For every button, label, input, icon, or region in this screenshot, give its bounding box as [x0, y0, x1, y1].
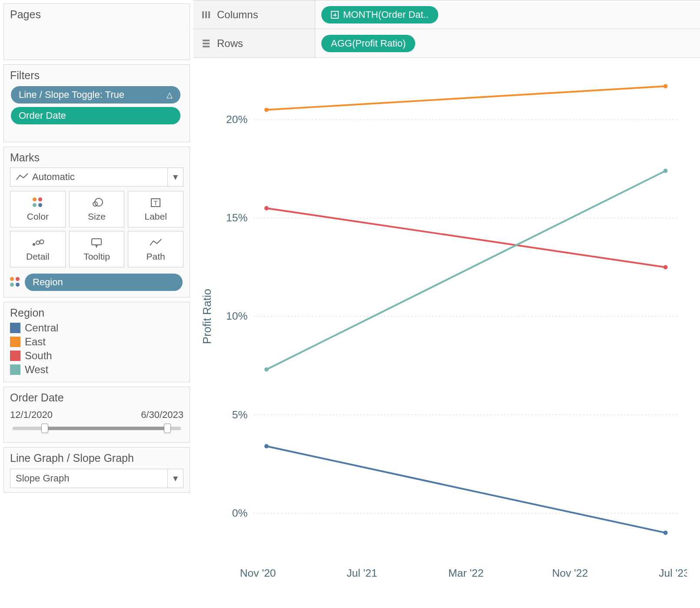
legend-item[interactable]: West [10, 364, 183, 376]
size-icon [90, 197, 103, 209]
svg-point-31 [264, 444, 269, 448]
legend-label: South [25, 350, 52, 362]
marks-type-label: Automatic [32, 171, 75, 183]
tooltip-icon [90, 237, 103, 249]
filters-title: Filters [10, 69, 183, 82]
columns-shelf[interactable]: Columns MONTH(Order Dat.. [193, 0, 700, 29]
mark-size-button[interactable]: Size [69, 191, 125, 227]
orderdate-start: 12/1/2020 [10, 409, 53, 421]
rows-shelf[interactable]: Rows AGG(Profit Ratio) [193, 29, 700, 57]
svg-rect-13 [203, 46, 210, 47]
slider-fill [41, 427, 169, 430]
svg-point-35 [663, 84, 668, 88]
mark-detail-label: Detail [26, 251, 50, 262]
mark-tooltip-button[interactable]: Tooltip [69, 231, 125, 267]
shelves: Columns MONTH(Order Dat.. Rows AGG(Profi… [193, 0, 700, 58]
svg-point-37 [264, 206, 269, 210]
columns-pill[interactable]: MONTH(Order Dat.. [321, 6, 438, 23]
marks-title: Marks [10, 151, 183, 164]
legend-item[interactable]: Central [10, 322, 183, 334]
svg-text:Nov '20: Nov '20 [240, 567, 276, 579]
pages-title: Pages [10, 8, 183, 21]
filter-pill-toggle[interactable]: Line / Slope Toggle: True △ [11, 86, 180, 104]
mark-label-button[interactable]: T Label [128, 191, 183, 227]
legend-swatch [10, 323, 20, 333]
color-icon [33, 197, 43, 209]
orderdate-end: 6/30/2023 [141, 409, 183, 421]
svg-text:15%: 15% [226, 212, 247, 224]
filter-toggle-label: Line / Slope Toggle: True [19, 89, 124, 100]
marks-buttons: Color Size T Label Detail [10, 191, 183, 267]
svg-rect-8 [202, 11, 204, 18]
svg-rect-9 [205, 11, 207, 18]
legend-swatch [10, 351, 20, 361]
filter-orderdate-label: Order Date [19, 110, 66, 121]
svg-rect-11 [203, 40, 210, 41]
svg-point-4 [33, 243, 35, 246]
mark-path-label: Path [147, 251, 165, 262]
svg-text:Nov '22: Nov '22 [552, 567, 588, 579]
svg-line-30 [267, 446, 666, 533]
svg-text:Jul '23: Jul '23 [659, 567, 687, 579]
legend-item[interactable]: South [10, 350, 183, 362]
mark-color-button[interactable]: Color [10, 191, 66, 227]
mark-color-label: Color [27, 211, 49, 222]
columns-pill-label: MONTH(Order Dat.. [343, 9, 429, 20]
mark-path-button[interactable]: Path [128, 231, 183, 267]
rows-pill[interactable]: AGG(Profit Ratio) [321, 35, 415, 52]
svg-point-38 [663, 265, 668, 269]
svg-point-5 [36, 241, 40, 244]
legend-label: Central [25, 322, 58, 334]
path-icon [149, 237, 162, 249]
label-icon: T [150, 197, 161, 209]
orderdate-slider[interactable] [13, 427, 181, 430]
svg-text:T: T [154, 199, 158, 207]
expand-icon [331, 11, 339, 19]
mark-region-pill[interactable]: Region [25, 274, 183, 291]
svg-point-34 [264, 108, 269, 112]
legend-card: Region CentralEastSouthWest [3, 302, 190, 382]
svg-point-41 [663, 169, 668, 173]
svg-line-39 [267, 171, 666, 370]
chevron-down-icon: ▾ [167, 469, 183, 488]
marks-card: Marks Automatic ▾ Color Size T [3, 147, 190, 297]
chart-area: 0%5%10%15%20%Profit RatioNov '20Jul '21M… [193, 58, 700, 608]
detail-icon [31, 237, 44, 249]
slider-handle-end[interactable] [164, 424, 171, 433]
legend-swatch [10, 337, 20, 347]
columns-icon [201, 10, 211, 20]
pages-card: Pages [3, 3, 190, 60]
mark-label-label: Label [144, 211, 167, 222]
chevron-down-icon: ▾ [167, 168, 183, 186]
mark-size-label: Size [88, 211, 106, 222]
graph-toggle-title: Line Graph / Slope Graph [10, 452, 183, 464]
color-icon [10, 277, 20, 287]
svg-text:5%: 5% [232, 409, 248, 421]
orderdate-card: Order Date 12/1/2020 6/30/2023 [3, 387, 190, 443]
slider-handle-start[interactable] [41, 424, 48, 433]
svg-text:0%: 0% [232, 507, 248, 519]
rows-pill-label: AGG(Profit Ratio) [331, 38, 406, 49]
legend-swatch [10, 364, 20, 375]
mark-detail-button[interactable]: Detail [10, 231, 66, 267]
mark-tooltip-label: Tooltip [83, 251, 110, 262]
orderdate-title: Order Date [10, 391, 183, 404]
rows-label: Rows [217, 37, 243, 50]
svg-rect-10 [208, 11, 210, 18]
legend-label: East [25, 336, 46, 348]
filter-pill-orderdate[interactable]: Order Date [11, 107, 180, 124]
marks-type-select[interactable]: Automatic ▾ [10, 167, 183, 187]
rows-icon [201, 39, 211, 48]
slope-chart: 0%5%10%15%20%Profit RatioNov '20Jul '21M… [198, 71, 687, 601]
legend-item[interactable]: East [10, 336, 183, 348]
delta-icon: △ [167, 90, 173, 100]
mark-region-label: Region [33, 277, 63, 288]
svg-rect-12 [203, 43, 210, 44]
line-icon [16, 171, 29, 183]
graph-toggle-select[interactable]: Slope Graph ▾ [10, 469, 183, 488]
legend-label: West [25, 364, 48, 376]
columns-label: Columns [217, 9, 258, 21]
graph-toggle-value: Slope Graph [16, 473, 70, 484]
svg-text:Profit Ratio: Profit Ratio [201, 289, 213, 344]
svg-text:20%: 20% [226, 114, 247, 125]
